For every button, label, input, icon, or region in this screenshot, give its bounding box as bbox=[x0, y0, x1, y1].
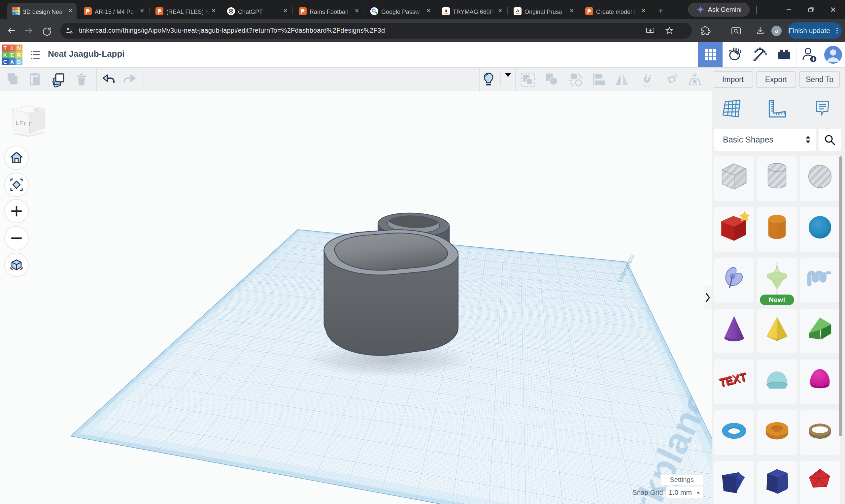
svg-text:T: T bbox=[13, 7, 14, 10]
svg-text:D: D bbox=[17, 59, 21, 65]
svg-text:C: C bbox=[3, 59, 7, 65]
svg-text:I: I bbox=[16, 7, 17, 10]
svg-text:R: R bbox=[17, 52, 21, 58]
svg-text:A: A bbox=[16, 13, 17, 15]
svg-text:K: K bbox=[3, 52, 7, 58]
svg-text:a: a bbox=[516, 8, 519, 13]
svg-text:N: N bbox=[17, 46, 21, 51]
svg-text:E: E bbox=[16, 10, 17, 12]
svg-text:N: N bbox=[18, 7, 20, 10]
svg-text:C: C bbox=[13, 13, 15, 15]
svg-text:a: a bbox=[445, 8, 447, 13]
svg-text:I: I bbox=[11, 46, 13, 51]
svg-text:A: A bbox=[10, 59, 14, 65]
svg-text:T: T bbox=[4, 46, 7, 51]
svg-text:E: E bbox=[10, 52, 14, 58]
svg-text:K: K bbox=[13, 10, 15, 12]
svg-text:R: R bbox=[18, 10, 20, 12]
svg-text:D: D bbox=[18, 13, 20, 15]
